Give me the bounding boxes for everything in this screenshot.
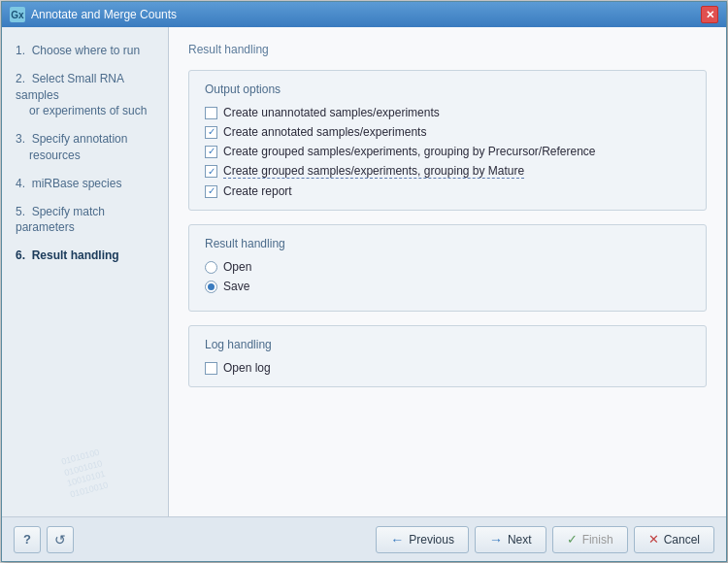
checkbox-label-unannotated: Create unannotated samples/experiments xyxy=(223,106,440,119)
check-icon: ✓ xyxy=(567,532,578,546)
log-handling-title: Log handling xyxy=(205,338,690,351)
sidebar-item-mirbase[interactable]: 4. miRBase species xyxy=(2,170,168,198)
help-icon: ? xyxy=(23,532,31,546)
sidebar-item-result-handling[interactable]: 6. Result handling xyxy=(2,242,168,270)
previous-button[interactable]: ← Previous xyxy=(376,526,469,553)
checkbox-row-grouped-precursor: Create grouped samples/experiments, grou… xyxy=(205,145,690,158)
title-bar-left: Gx Annotate and Merge Counts xyxy=(10,7,177,22)
sidebar-item-select-samples[interactable]: 2. Select Small RNA samples or experimen… xyxy=(2,65,168,125)
arrow-left-icon: ← xyxy=(390,532,404,547)
next-label: Next xyxy=(508,533,532,546)
finish-button[interactable]: ✓ Finish xyxy=(552,526,628,553)
help-button[interactable]: ? xyxy=(14,526,41,553)
content-area: Result handling Output options Create un… xyxy=(169,27,726,516)
checkbox-unannotated[interactable] xyxy=(205,107,217,119)
previous-label: Previous xyxy=(409,533,454,546)
page-section-title: Result handling xyxy=(188,43,707,56)
checkbox-label-create-report: Create report xyxy=(223,184,292,198)
radio-label-save: Save xyxy=(223,280,249,293)
footer: ? ↺ ← Previous → Next ✓ Finish ✕ Cancel xyxy=(2,516,726,561)
output-options-box: Output options Create unannotated sample… xyxy=(188,70,707,211)
checkbox-row-create-report: Create report xyxy=(205,184,690,198)
checkbox-annotated[interactable] xyxy=(205,126,217,139)
radio-row-open: Open xyxy=(205,260,690,274)
cancel-x-icon: ✕ xyxy=(648,532,659,546)
main-window: Gx Annotate and Merge Counts ✕ 1. Choose… xyxy=(1,1,727,562)
checkbox-row-unannotated: Create unannotated samples/experiments xyxy=(205,106,690,119)
checkbox-open-log[interactable] xyxy=(205,362,217,375)
close-button[interactable]: ✕ xyxy=(701,6,718,23)
reset-icon: ↺ xyxy=(54,532,66,547)
checkbox-row-annotated: Create annotated samples/experiments xyxy=(205,125,690,139)
cancel-button[interactable]: ✕ Cancel xyxy=(634,526,714,553)
main-content: 1. Choose where to run 2. Select Small R… xyxy=(2,27,726,516)
sidebar-item-annotation[interactable]: 3. Specify annotation resources xyxy=(2,125,168,170)
app-icon: Gx xyxy=(10,7,25,22)
output-options-title: Output options xyxy=(205,83,690,96)
result-handling-box: Result handling Open Save xyxy=(188,224,707,312)
watermark: 01010100010010101001010101010010 xyxy=(9,434,162,515)
checkbox-grouped-mature[interactable] xyxy=(205,165,217,178)
arrow-right-icon: → xyxy=(489,532,503,547)
footer-left: ? ↺ xyxy=(14,526,370,553)
checkbox-label-open-log: Open log xyxy=(223,361,271,375)
checkbox-label-grouped-precursor: Create grouped samples/experiments, grou… xyxy=(223,145,596,158)
finish-label: Finish xyxy=(582,533,613,546)
result-handling-title: Result handling xyxy=(205,237,690,250)
sidebar-item-match-params[interactable]: 5. Specify match parameters xyxy=(2,198,168,243)
radio-save[interactable] xyxy=(205,281,217,293)
reset-button[interactable]: ↺ xyxy=(47,526,74,553)
sidebar-item-choose-where[interactable]: 1. Choose where to run xyxy=(2,37,168,65)
radio-row-save: Save xyxy=(205,280,690,293)
title-bar: Gx Annotate and Merge Counts ✕ xyxy=(2,2,726,27)
checkbox-label-grouped-mature: Create grouped samples/experiments, grou… xyxy=(223,164,524,179)
cancel-label: Cancel xyxy=(664,533,700,546)
radio-label-open: Open xyxy=(223,260,251,274)
checkbox-row-grouped-mature: Create grouped samples/experiments, grou… xyxy=(205,164,690,179)
checkbox-grouped-precursor[interactable] xyxy=(205,146,217,158)
next-button[interactable]: → Next xyxy=(475,526,546,553)
checkbox-row-open-log: Open log xyxy=(205,361,690,375)
window-title: Annotate and Merge Counts xyxy=(31,8,177,21)
log-handling-box: Log handling Open log xyxy=(188,325,707,387)
radio-open[interactable] xyxy=(205,261,217,274)
sidebar: 1. Choose where to run 2. Select Small R… xyxy=(2,27,169,516)
checkbox-label-annotated: Create annotated samples/experiments xyxy=(223,125,426,139)
footer-right: ← Previous → Next ✓ Finish ✕ Cancel xyxy=(376,526,714,553)
checkbox-create-report[interactable] xyxy=(205,185,217,198)
